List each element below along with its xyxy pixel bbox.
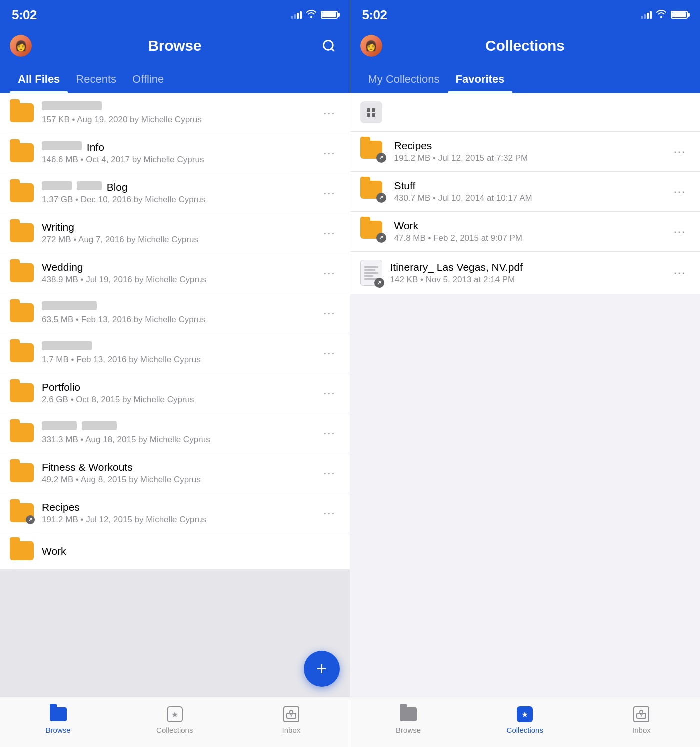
collection-meta: 191.2 MB • Jul 12, 2015 at 7:32 PM <box>394 154 662 164</box>
wifi-icon-right <box>656 10 667 20</box>
collections-nav-icon-right: ★ <box>516 706 534 723</box>
more-button[interactable]: ··· <box>320 263 340 284</box>
list-item[interactable]: Fitness & Workouts 49.2 MB • Aug 8, 2015… <box>0 454 350 494</box>
list-item[interactable]: ↗ Stuff 430.7 MB • Jul 10, 2014 at 10:17… <box>350 172 700 212</box>
more-button[interactable]: ··· <box>320 183 340 204</box>
list-item[interactable]: 1.7 MB • Feb 13, 2016 by Michelle Cyprus… <box>0 334 350 374</box>
tab-my-collections[interactable]: My Collections <box>360 68 448 93</box>
list-item[interactable]: Wedding 438.9 MB • Jul 19, 2016 by Miche… <box>0 254 350 294</box>
grid-view-button[interactable] <box>360 102 382 124</box>
folder-icon <box>10 224 34 244</box>
more-button[interactable]: ··· <box>320 143 340 164</box>
collection-name: Work <box>394 220 662 232</box>
file-list: 157 KB • Aug 19, 2020 by Michelle Cyprus… <box>0 94 350 570</box>
folder-icon <box>10 144 34 164</box>
empty-area <box>350 414 700 697</box>
avatar-left[interactable]: 👩 <box>10 35 32 57</box>
nav-browse-right[interactable]: Browse <box>350 698 467 747</box>
list-item[interactable]: ↗ Work 47.8 MB • Feb 2, 2015 at 9:07 PM … <box>350 212 700 252</box>
list-item[interactable]: ↗ Recipes 191.2 MB • Jul 12, 2015 by Mic… <box>0 494 350 534</box>
file-meta: 191.2 MB • Jul 12, 2015 by Michelle Cypr… <box>42 515 312 525</box>
file-meta: 1.37 GB • Dec 10, 2016 by Michelle Cypru… <box>42 195 312 205</box>
file-info: Writing 272 MB • Aug 7, 2016 by Michelle… <box>42 222 312 245</box>
wifi-icon-left <box>306 10 317 20</box>
browse-nav-icon <box>50 706 67 723</box>
nav-inbox-label-right: Inbox <box>632 726 651 734</box>
file-info: Info 146.6 MB • Oct 4, 2017 by Michelle … <box>42 142 312 165</box>
more-button[interactable]: ··· <box>670 222 690 242</box>
list-item[interactable]: 331.3 MB • Aug 18, 2015 by Michelle Cypr… <box>0 414 350 454</box>
inbox-nav-icon-left <box>283 706 300 723</box>
more-button[interactable]: ··· <box>320 223 340 244</box>
nav-inbox-left[interactable]: Inbox <box>233 698 350 747</box>
list-item[interactable]: Portfolio 2.6 GB • Oct 8, 2015 by Michel… <box>0 374 350 414</box>
browse-header: 👩 Browse <box>0 28 350 68</box>
file-meta: 272 MB • Aug 7, 2016 by Michelle Cyprus <box>42 235 312 245</box>
folder-icon <box>10 464 34 484</box>
list-item[interactable]: Info 146.6 MB • Oct 4, 2017 by Michelle … <box>0 134 350 174</box>
folder-icon: ↗ <box>360 221 386 243</box>
collections-panel: ↗ Recipes 191.2 MB • Jul 12, 2015 at 7:3… <box>350 94 700 697</box>
list-item[interactable]: 63.5 MB • Feb 13, 2016 by Michelle Cypru… <box>0 294 350 334</box>
more-button[interactable]: ··· <box>670 182 690 202</box>
more-button[interactable]: ··· <box>320 103 340 124</box>
more-button[interactable]: ··· <box>320 383 340 404</box>
add-fab-button[interactable]: + <box>304 651 340 687</box>
folder-icon <box>10 104 34 124</box>
file-name: Writing <box>42 222 312 234</box>
file-name: Recipes <box>42 502 312 514</box>
list-item[interactable]: ↗ Itinerary_ Las Vegas, NV.pdf 142 KB • … <box>350 252 700 294</box>
nav-inbox-right[interactable]: Inbox <box>584 698 700 747</box>
more-button[interactable]: ··· <box>320 463 340 484</box>
signal-icon-right <box>641 11 652 19</box>
nav-collections-left[interactable]: ★ Collections <box>116 698 233 747</box>
tab-favorites[interactable]: Favorites <box>448 68 513 93</box>
collection-name: Recipes <box>394 140 662 152</box>
more-button[interactable]: ··· <box>670 262 690 284</box>
file-name <box>42 302 312 314</box>
nav-collections-right[interactable]: ★ Collections <box>467 698 584 747</box>
nav-browse-label-left: Browse <box>46 726 71 734</box>
file-info: Work 47.8 MB • Feb 2, 2015 at 9:07 PM <box>394 220 662 244</box>
folder-icon <box>10 424 34 444</box>
more-button[interactable]: ··· <box>320 303 340 324</box>
tab-recents[interactable]: Recents <box>68 68 124 93</box>
list-item[interactable]: Blog 1.37 GB • Dec 10, 2016 by Michelle … <box>0 174 350 214</box>
file-info: Recipes 191.2 MB • Jul 12, 2015 by Miche… <box>42 502 312 525</box>
file-name <box>42 102 312 114</box>
file-name: Fitness & Workouts <box>42 462 312 474</box>
folder-icon: ↗ <box>360 181 386 203</box>
tab-offline[interactable]: Offline <box>124 68 172 93</box>
file-name: Work <box>42 546 340 558</box>
pdf-icon: ↗ <box>360 260 382 286</box>
file-meta: 157 KB • Aug 19, 2020 by Michelle Cyprus <box>42 115 312 125</box>
search-button[interactable] <box>318 35 340 57</box>
folder-icon <box>10 184 34 204</box>
battery-icon-left <box>321 11 338 19</box>
file-name: Portfolio <box>42 382 312 394</box>
browse-title: Browse <box>32 38 318 54</box>
more-button[interactable]: ··· <box>320 423 340 444</box>
list-item[interactable]: Writing 272 MB • Aug 7, 2016 by Michelle… <box>0 214 350 254</box>
list-item[interactable]: 157 KB • Aug 19, 2020 by Michelle Cyprus… <box>0 94 350 134</box>
tab-all-files[interactable]: All Files <box>10 68 68 93</box>
svg-line-1 <box>332 48 334 51</box>
file-info: 157 KB • Aug 19, 2020 by Michelle Cyprus <box>42 102 312 125</box>
file-info: Recipes 191.2 MB • Jul 12, 2015 at 7:32 … <box>394 140 662 164</box>
list-item[interactable]: ↗ Recipes 191.2 MB • Jul 12, 2015 at 7:3… <box>350 132 700 172</box>
list-item[interactable]: Work <box>0 534 350 570</box>
file-info: Itinerary_ Las Vegas, NV.pdf 142 KB • No… <box>390 262 662 285</box>
collections-title: Collections <box>382 38 668 54</box>
file-info: Portfolio 2.6 GB • Oct 8, 2015 by Michel… <box>42 382 312 405</box>
grid-icon <box>367 108 376 117</box>
file-info: 63.5 MB • Feb 13, 2016 by Michelle Cypru… <box>42 302 312 325</box>
status-bar-right: 5:02 <box>350 0 700 28</box>
nav-browse-left[interactable]: Browse <box>0 698 116 747</box>
shortcut-badge: ↗ <box>376 153 386 163</box>
folder-icon <box>10 304 34 324</box>
status-bar-left: 5:02 <box>0 0 350 28</box>
more-button[interactable]: ··· <box>320 503 340 524</box>
more-button[interactable]: ··· <box>320 343 340 364</box>
avatar-right[interactable]: 👩 <box>360 35 382 57</box>
more-button[interactable]: ··· <box>670 142 690 162</box>
